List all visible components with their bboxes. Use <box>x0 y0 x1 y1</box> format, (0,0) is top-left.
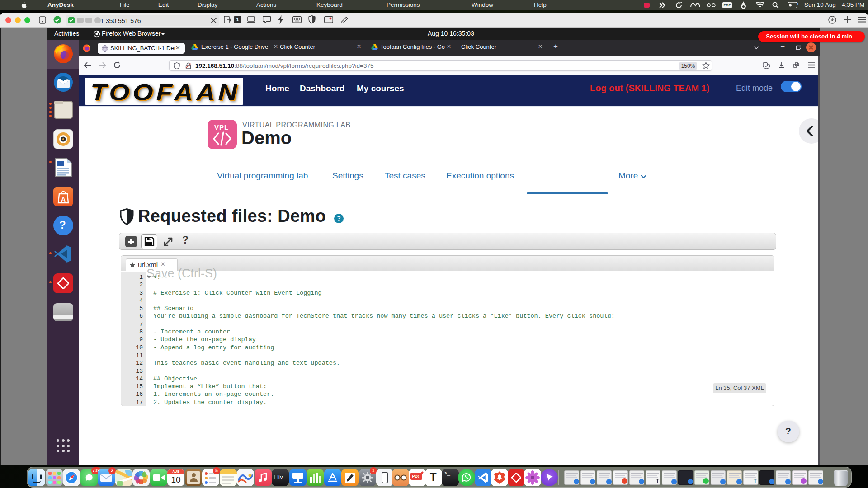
svg-text:A: A <box>61 196 66 203</box>
